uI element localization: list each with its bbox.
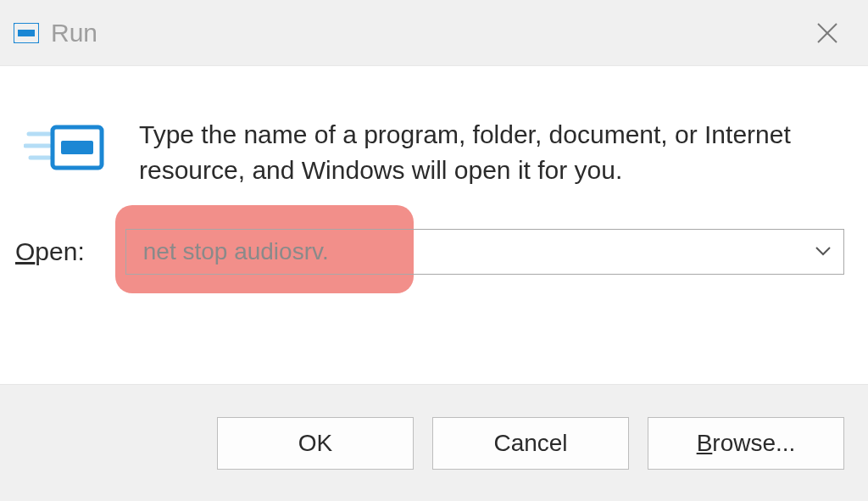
open-command-value: net stop audiosrv. <box>143 238 329 265</box>
open-combobox[interactable]: net stop audiosrv. <box>125 229 844 275</box>
svg-rect-1 <box>18 30 35 36</box>
titlebar: Run <box>0 0 868 66</box>
instruction-text: Type the name of a program, folder, docu… <box>139 117 834 188</box>
close-button[interactable] <box>807 13 848 53</box>
cancel-button-label: Cancel <box>493 430 567 457</box>
titlebar-left: Run <box>14 19 97 47</box>
dialog-content: Type the name of a program, folder, docu… <box>0 66 868 188</box>
chevron-down-icon[interactable] <box>815 244 832 259</box>
cancel-button[interactable]: Cancel <box>432 417 629 470</box>
open-label: Open: <box>15 237 85 266</box>
browse-accel: B <box>697 430 713 456</box>
browse-button[interactable]: Browse... <box>648 417 844 470</box>
run-large-icon <box>24 117 105 188</box>
open-label-accel: O <box>15 237 35 265</box>
ok-button-label: OK <box>298 430 332 457</box>
open-row: Open: net stop audiosrv. <box>0 188 868 275</box>
svg-rect-8 <box>61 141 93 154</box>
open-label-rest: pen: <box>35 237 84 265</box>
window-title: Run <box>51 19 97 47</box>
dialog-footer: OK Cancel Browse... <box>0 384 868 501</box>
combo-wrap: net stop audiosrv. <box>125 229 844 275</box>
ok-button[interactable]: OK <box>217 417 414 470</box>
browse-rest: rowse... <box>712 430 795 456</box>
run-icon <box>14 23 39 43</box>
close-icon <box>816 22 838 44</box>
